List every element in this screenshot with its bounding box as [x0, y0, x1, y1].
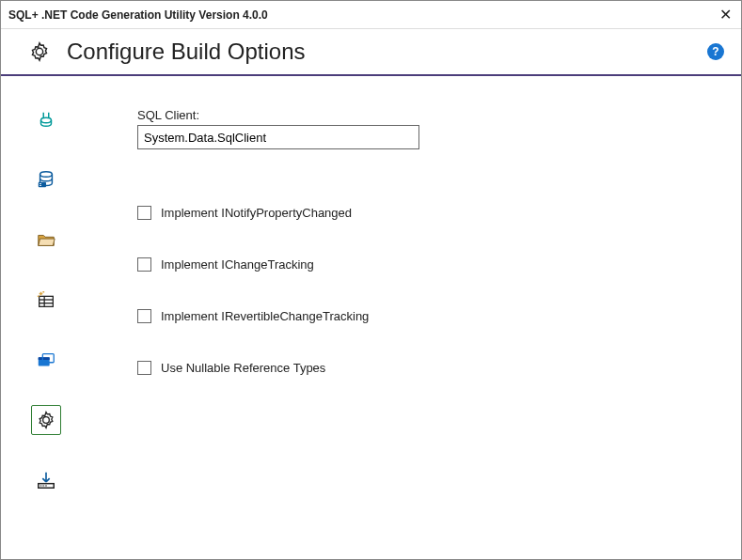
- checkbox-change-tracking[interactable]: [137, 257, 151, 272]
- folder-open-icon: [36, 229, 56, 250]
- svg-rect-14: [39, 357, 50, 360]
- plug-icon: [36, 109, 56, 130]
- body: SQL Client: Implement INotifyPropertyCha…: [1, 76, 741, 560]
- svg-point-0: [41, 117, 52, 123]
- gear-icon: [37, 411, 55, 429]
- sql-client-input[interactable]: [137, 125, 419, 149]
- svg-rect-3: [39, 183, 41, 184]
- sql-client-label: SQL Client:: [137, 108, 722, 122]
- checkbox-revertible-change-tracking[interactable]: [137, 309, 151, 323]
- sidebar-item-output[interactable]: [31, 345, 61, 375]
- sidebar-item-build-options[interactable]: [31, 405, 61, 435]
- checkbox-label-notify: Implement INotifyPropertyChanged: [161, 206, 352, 220]
- check-row-nullable: Use Nullable Reference Types: [137, 361, 722, 375]
- table-new-icon: [36, 289, 56, 310]
- checkbox-label-changetrack: Implement IChangeTracking: [161, 257, 314, 272]
- page-title: Configure Build Options: [67, 39, 707, 65]
- check-row-revert: Implement IRevertibleChangeTracking: [137, 309, 722, 323]
- checkbox-notify-prop[interactable]: [137, 206, 151, 220]
- download-icon: [36, 470, 56, 490]
- database-icon: [36, 169, 56, 190]
- titlebar: SQL+ .NET Code Generation Utility Versio…: [1, 1, 741, 29]
- gear-icon: [29, 41, 50, 62]
- sidebar-item-connection[interactable]: [31, 104, 61, 134]
- window-stack-icon: [36, 350, 56, 370]
- content: SQL Client: Implement INotifyPropertyCha…: [81, 76, 741, 560]
- sidebar: [1, 76, 81, 560]
- svg-rect-5: [39, 296, 54, 306]
- sidebar-item-schema[interactable]: [31, 285, 61, 315]
- close-icon[interactable]: ✕: [703, 8, 732, 23]
- sidebar-item-database[interactable]: [31, 164, 61, 194]
- sidebar-item-build[interactable]: [31, 465, 61, 495]
- check-row-notify: Implement INotifyPropertyChanged: [137, 206, 722, 220]
- header: Configure Build Options ?: [1, 29, 741, 76]
- help-icon[interactable]: ?: [707, 43, 724, 60]
- check-row-changetrack: Implement IChangeTracking: [137, 257, 722, 272]
- sql-client-field: SQL Client:: [137, 108, 722, 149]
- svg-rect-2: [39, 182, 46, 188]
- sidebar-item-folder[interactable]: [31, 225, 61, 255]
- checkbox-label-revert: Implement IRevertibleChangeTracking: [161, 309, 369, 323]
- window-title: SQL+ .NET Code Generation Utility Versio…: [8, 8, 268, 22]
- svg-rect-4: [39, 185, 41, 186]
- svg-point-1: [40, 172, 53, 178]
- checkbox-label-nullable: Use Nullable Reference Types: [161, 361, 325, 375]
- checkbox-nullable-ref[interactable]: [137, 361, 151, 375]
